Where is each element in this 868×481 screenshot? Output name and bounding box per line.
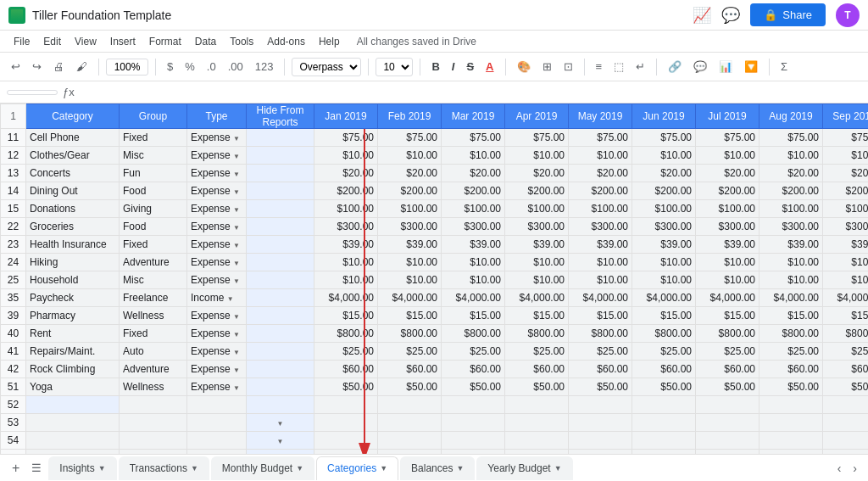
cell-money-j[interactable]: $100.00: [632, 200, 696, 218]
tab-transactions[interactable]: Transactions ▼: [119, 456, 209, 480]
cell-money-f[interactable]: $10.00: [378, 147, 442, 165]
cell-type[interactable]: Expense ▼: [187, 378, 247, 396]
cell-category[interactable]: Repairs/Maint.: [26, 343, 120, 361]
cell-money-k[interactable]: $800.00: [696, 325, 760, 343]
cell-money-k[interactable]: $100.00: [696, 200, 760, 218]
cell-money-f[interactable]: $39.00: [378, 236, 442, 254]
comments-icon[interactable]: 💬: [721, 6, 740, 25]
cell-money-m[interactable]: $100.00: [823, 200, 869, 218]
sheet-list-button[interactable]: ☰: [31, 461, 42, 474]
tab-yearly-budget-dropdown[interactable]: ▼: [554, 464, 562, 473]
cell-money-h[interactable]: $75.00: [505, 129, 569, 147]
cell-money-m[interactable]: $300.00: [823, 218, 869, 236]
cell-money-m[interactable]: $4,000.00: [823, 289, 869, 307]
cell-money-i[interactable]: $10.00: [569, 271, 632, 289]
cell-money-m[interactable]: $50.00: [823, 378, 869, 396]
cell-money-e[interactable]: $25.00: [314, 343, 378, 361]
cell-money-l[interactable]: [760, 396, 823, 414]
cell-money-j[interactable]: $4,000.00: [632, 289, 696, 307]
cell-money-e[interactable]: $15.00: [314, 307, 378, 325]
filter-button[interactable]: 🔽: [740, 58, 762, 76]
col-header-c[interactable]: Type: [187, 104, 247, 129]
menu-data[interactable]: Data: [188, 34, 223, 49]
cell-hide[interactable]: [247, 182, 314, 200]
cell-money-g[interactable]: $10.00: [442, 271, 505, 289]
cell-group[interactable]: Wellness: [120, 378, 187, 396]
col-header-l[interactable]: Aug 2019: [760, 104, 823, 129]
cell-money-g[interactable]: $300.00: [442, 218, 505, 236]
cell-money-j[interactable]: $50.00: [632, 378, 696, 396]
cell-money-e[interactable]: $100.00: [314, 200, 378, 218]
cell-money-f[interactable]: $25.00: [378, 343, 442, 361]
cell-money-g[interactable]: [442, 396, 505, 414]
cell-money-i[interactable]: $60.00: [569, 361, 632, 378]
percent-button[interactable]: %: [181, 58, 199, 76]
cell-group[interactable]: Adventure: [120, 254, 187, 271]
redo-button[interactable]: ↪: [28, 58, 46, 76]
tab-balances[interactable]: Balances ▼: [400, 456, 475, 480]
cell-money-e[interactable]: $39.00: [314, 236, 378, 254]
cell-money-f[interactable]: $75.00: [378, 129, 442, 147]
cell-hide[interactable]: [247, 200, 314, 218]
cell-money-l[interactable]: $15.00: [760, 307, 823, 325]
cell-money-l[interactable]: $75.00: [760, 129, 823, 147]
menu-edit[interactable]: Edit: [36, 34, 68, 49]
cell-money-j[interactable]: $300.00: [632, 218, 696, 236]
cell-money-h[interactable]: $300.00: [505, 218, 569, 236]
cell-money-k[interactable]: $300.00: [696, 218, 760, 236]
cell-money-l[interactable]: $200.00: [760, 182, 823, 200]
cell-money-f[interactable]: $15.00: [378, 307, 442, 325]
cell-money-g[interactable]: $15.00: [442, 307, 505, 325]
cell-type[interactable]: Expense ▼: [187, 343, 247, 361]
avatar[interactable]: T: [836, 3, 860, 27]
cell-money-f[interactable]: $50.00: [378, 378, 442, 396]
function-button[interactable]: Σ: [776, 58, 792, 76]
italic-button[interactable]: I: [448, 58, 459, 76]
font-size-select[interactable]: 10: [376, 58, 413, 76]
cell-money-g[interactable]: $75.00: [442, 129, 505, 147]
cell-hide[interactable]: [247, 289, 314, 307]
menu-addons[interactable]: Add-ons: [260, 34, 312, 49]
cell-hide[interactable]: [247, 165, 314, 182]
cell-money-g[interactable]: $20.00: [442, 165, 505, 182]
cell-money-j[interactable]: [632, 396, 696, 414]
tab-insights[interactable]: Insights ▼: [48, 456, 116, 480]
tab-insights-dropdown[interactable]: ▼: [98, 464, 106, 473]
grid-scroll[interactable]: 1 Category Group Type Hide FromReports J…: [0, 103, 868, 454]
cell-group[interactable]: Food: [120, 218, 187, 236]
cell-category[interactable]: Dining Out: [26, 182, 120, 200]
cell-money-k[interactable]: $39.00: [696, 236, 760, 254]
scroll-left-button[interactable]: ‹: [833, 459, 846, 478]
cell-money-h[interactable]: $100.00: [505, 200, 569, 218]
cell-money-m[interactable]: $10.00: [823, 254, 869, 271]
print-button[interactable]: 🖨: [49, 58, 69, 76]
text-color-button[interactable]: A: [481, 58, 498, 76]
cell-money-m[interactable]: $10.00: [823, 271, 869, 289]
cell-money-m[interactable]: $39.00: [823, 236, 869, 254]
cell-money-e[interactable]: $20.00: [314, 165, 378, 182]
borders-button[interactable]: ⊞: [538, 58, 556, 76]
cell-money-l[interactable]: $10.00: [760, 271, 823, 289]
cell-money-e[interactable]: $4,000.00: [314, 289, 378, 307]
cell-group[interactable]: Misc: [120, 271, 187, 289]
cell-money-f[interactable]: [378, 396, 442, 414]
cell-money-l[interactable]: $20.00: [760, 165, 823, 182]
cell-money-h[interactable]: $10.00: [505, 271, 569, 289]
cell-money-e[interactable]: $300.00: [314, 218, 378, 236]
cell-type[interactable]: Expense ▼: [187, 271, 247, 289]
cell-group[interactable]: [120, 396, 187, 414]
cell-money-h[interactable]: [505, 396, 569, 414]
tab-monthly-budget-dropdown[interactable]: ▼: [296, 464, 303, 473]
cell-money-h[interactable]: $200.00: [505, 182, 569, 200]
cell-money-i[interactable]: $10.00: [569, 147, 632, 165]
cell-money-k[interactable]: $15.00: [696, 307, 760, 325]
cell-hide[interactable]: [247, 396, 314, 414]
cell-hide[interactable]: [247, 325, 314, 343]
col-header-h[interactable]: Apr 2019: [505, 104, 569, 129]
cell-money-e[interactable]: $60.00: [314, 361, 378, 378]
cell-type[interactable]: Expense ▼: [187, 182, 247, 200]
cell-money-k[interactable]: $75.00: [696, 129, 760, 147]
cell-money-m[interactable]: $800.00: [823, 325, 869, 343]
col-header-k[interactable]: Jul 2019: [696, 104, 760, 129]
cell-type[interactable]: Income ▼: [187, 289, 247, 307]
